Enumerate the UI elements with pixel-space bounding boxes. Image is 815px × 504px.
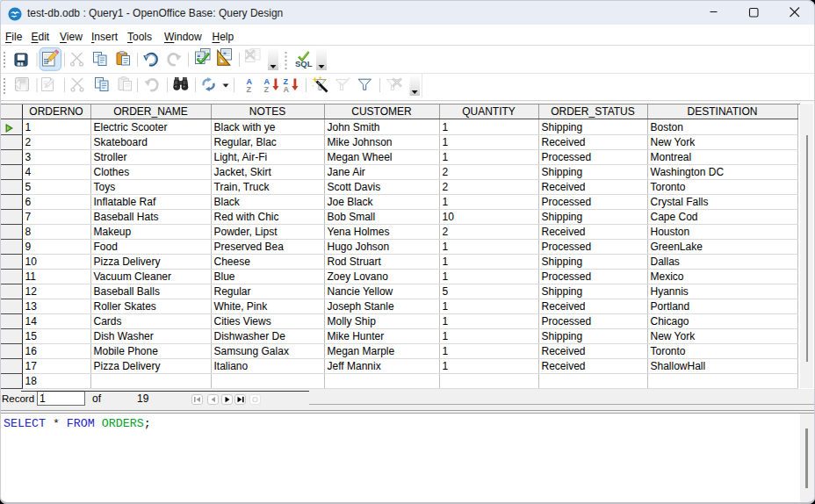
svg-text:Z: Z bbox=[247, 85, 252, 94]
svg-text:Z: Z bbox=[264, 85, 270, 94]
svg-text:A: A bbox=[284, 85, 290, 94]
